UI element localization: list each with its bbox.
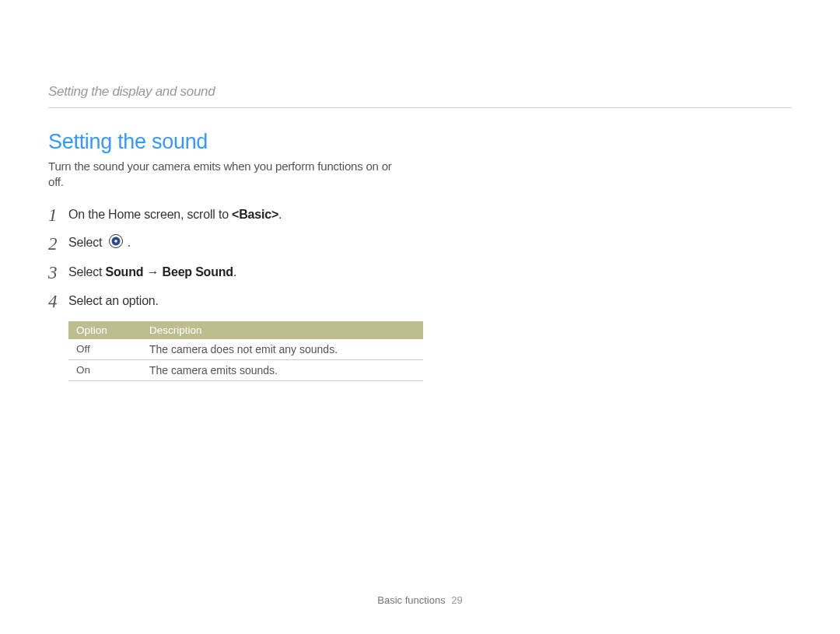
table-header-description: Description <box>142 321 423 339</box>
svg-point-2 <box>114 240 117 243</box>
table-cell-option: Off <box>68 339 142 360</box>
step-item: 2 Select . <box>48 235 792 253</box>
table-header-option: Option <box>68 321 142 339</box>
step-number: 4 <box>48 292 68 310</box>
table-cell-description: The camera does not emit any sounds. <box>142 339 423 360</box>
footer-page-number: 29 <box>451 594 462 606</box>
options-table: Option Description Off The camera does n… <box>68 321 423 381</box>
manual-page: Setting the display and sound Setting th… <box>0 0 840 412</box>
footer-section: Basic functions <box>377 594 445 606</box>
table-cell-option: On <box>68 359 142 380</box>
table-row: On The camera emits sounds. <box>68 359 423 380</box>
intro-text: Turn the sound your camera emits when yo… <box>48 159 406 191</box>
section-title: Setting the sound <box>48 130 792 154</box>
settings-dial-icon <box>109 234 123 251</box>
step-item: 3 Select Sound → Beep Sound. <box>48 264 792 282</box>
step-text: Select . <box>68 235 131 252</box>
step-item: 4 Select an option. <box>48 292 792 310</box>
step-number: 2 <box>48 235 68 253</box>
table-cell-description: The camera emits sounds. <box>142 359 423 380</box>
step-number: 3 <box>48 264 68 282</box>
divider <box>48 107 792 108</box>
step-item: 1 On the Home screen, scroll to <Basic>. <box>48 206 792 224</box>
page-footer: Basic functions 29 <box>0 594 840 606</box>
step-text: Select an option. <box>68 293 159 308</box>
step-number: 1 <box>48 206 68 224</box>
table-row: Off The camera does not emit any sounds. <box>68 339 423 360</box>
step-text: Select Sound → Beep Sound. <box>68 264 236 279</box>
step-list: 1 On the Home screen, scroll to <Basic>.… <box>48 206 792 310</box>
breadcrumb: Setting the display and sound <box>48 84 792 100</box>
step-text: On the Home screen, scroll to <Basic>. <box>68 207 282 222</box>
